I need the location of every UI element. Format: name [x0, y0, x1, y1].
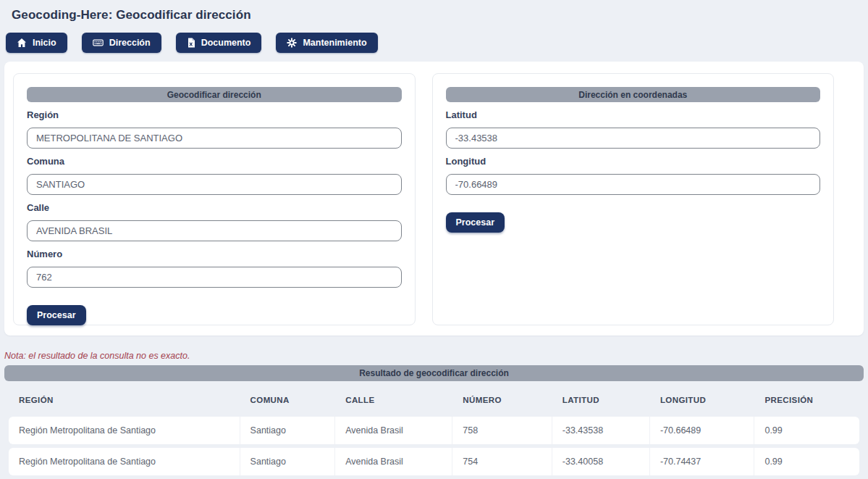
geocode-panel-header: Geocodificar dirección — [27, 87, 402, 102]
cell-latitud: -33.40058 — [552, 448, 650, 475]
nav-label: Inicio — [33, 38, 56, 48]
nav-label: Mantenimiento — [303, 38, 366, 48]
nav-label: Documento — [201, 38, 251, 48]
cell-region: Región Metropolitana de Santiago — [9, 448, 240, 475]
results-header-bar: Resultado de geocodificar dirección — [4, 365, 864, 381]
results-table: REGIÓN COMUNA CALLE NÚMERO LATITUD LONGI… — [9, 381, 859, 475]
nav-button-mantenimiento[interactable]: Mantenimiento — [276, 33, 377, 53]
gear-icon — [287, 38, 297, 48]
file-excel-icon — [187, 38, 195, 48]
numero-input[interactable] — [27, 267, 402, 288]
table-header-row: REGIÓN COMUNA CALLE NÚMERO LATITUD LONGI… — [9, 381, 859, 417]
table-row: Región Metropolitana de Santiago Santiag… — [9, 417, 859, 444]
nav-button-documento[interactable]: Documento — [176, 33, 262, 53]
cell-numero: 754 — [452, 448, 552, 475]
cell-numero: 758 — [452, 417, 552, 444]
longitud-input[interactable] — [446, 174, 821, 195]
column-header-precision: PRECISIÓN — [754, 381, 859, 417]
comuna-label: Comuna — [27, 156, 402, 167]
table-row: Región Metropolitana de Santiago Santiag… — [9, 448, 859, 475]
numero-label: Número — [27, 249, 402, 259]
comuna-input[interactable] — [27, 174, 402, 195]
latitud-label: Latitud — [446, 109, 821, 120]
latitud-input[interactable] — [446, 128, 821, 149]
cell-comuna: Santiago — [240, 417, 336, 444]
main-nav: Inicio Dirección Documento Mantenimiento — [6, 33, 862, 53]
page-title: Geocoding-Here: Geocodificar dirección — [0, 0, 868, 22]
forms-card: Geocodificar dirección Región Comuna Cal… — [4, 62, 864, 336]
nav-button-direccion[interactable]: Dirección — [82, 33, 161, 53]
cell-longitud: -70.74437 — [650, 448, 755, 475]
coordinates-panel-header: Dirección en coordenadas — [446, 87, 821, 102]
longitud-label: Longitud — [446, 156, 821, 167]
coordinates-panel: Dirección en coordenadas Latitud Longitu… — [432, 73, 835, 325]
column-header-longitud: LONGITUD — [650, 381, 755, 417]
cell-calle: Avenida Brasil — [335, 417, 452, 444]
geocode-panel: Geocodificar dirección Región Comuna Cal… — [13, 73, 416, 325]
region-input[interactable] — [27, 128, 402, 149]
column-header-numero: NÚMERO — [452, 381, 552, 417]
column-header-latitud: LATITUD — [552, 381, 650, 417]
cell-precision: 0.99 — [754, 448, 859, 475]
nav-button-inicio[interactable]: Inicio — [6, 33, 67, 53]
geocode-process-button[interactable]: Procesar — [27, 305, 86, 325]
column-header-calle: CALLE — [335, 381, 452, 417]
results-note: Nota: el resultado de la consulta no es … — [4, 351, 864, 361]
cell-precision: 0.99 — [754, 417, 859, 444]
cell-comuna: Santiago — [240, 448, 336, 475]
home-icon — [17, 38, 27, 48]
coordinates-process-button[interactable]: Procesar — [446, 212, 505, 233]
cell-region: Región Metropolitana de Santiago — [9, 417, 240, 444]
keyboard-icon — [93, 38, 104, 48]
region-label: Región — [27, 109, 402, 120]
calle-input[interactable] — [27, 220, 402, 241]
calle-label: Calle — [27, 202, 402, 213]
cell-latitud: -33.43538 — [552, 417, 650, 444]
nav-label: Dirección — [109, 38, 151, 48]
cell-longitud: -70.66489 — [650, 417, 755, 444]
cell-calle: Avenida Brasil — [335, 448, 452, 475]
column-header-region: REGIÓN — [9, 381, 240, 417]
column-header-comuna: COMUNA — [240, 381, 336, 417]
